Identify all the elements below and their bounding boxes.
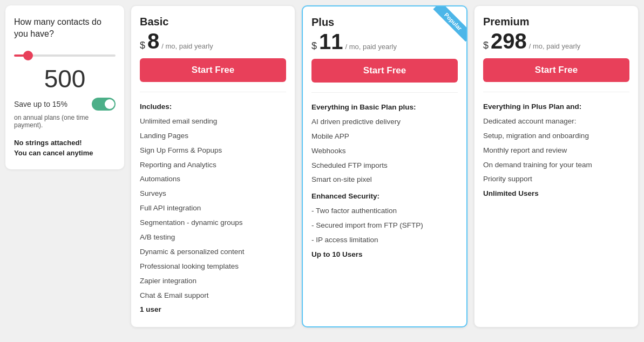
period-plus: / mo, paid yearly	[345, 43, 397, 51]
card-plus: Popular Plus $ 11 / mo, paid yearly Star…	[302, 5, 467, 327]
feature-item: Chat & Email support	[140, 289, 286, 303]
includes-header-basic: Includes:	[140, 100, 286, 114]
feature-item: - Two factor authentication	[311, 204, 458, 218]
pricing-cards: Basic $ 8 / mo, paid yearly Start Free I…	[131, 5, 639, 327]
feature-item: - Secured import from FTP (SFTP)	[311, 218, 458, 233]
feature-item: Automations	[140, 172, 286, 187]
feature-item: On demand training for your team	[483, 158, 629, 173]
start-free-premium[interactable]: Start Free	[483, 58, 629, 82]
period-premium: / mo, paid yearly	[529, 42, 580, 50]
feature-item: Priority support	[483, 172, 629, 187]
feature-item: Landing Pages	[140, 129, 286, 143]
popular-ribbon: Popular	[423, 6, 466, 50]
popular-label: Popular	[433, 6, 466, 42]
currency-basic: $	[140, 40, 145, 51]
price-premium: 298	[491, 30, 527, 52]
includes-header-plus: Everything in Basic Plan plus:	[311, 100, 458, 115]
contact-count-display: 500	[14, 64, 116, 93]
feature-list-basic: Includes: Unlimited email sending Landin…	[140, 100, 286, 317]
feature-item: - IP access limitation	[311, 233, 458, 248]
left-panel: How many contacts do you have? 500 Save …	[5, 5, 124, 169]
footer-user-basic: 1 user	[140, 303, 286, 317]
feature-item: Setup, migration and onboarding	[483, 129, 629, 143]
currency-premium: $	[483, 40, 489, 51]
feature-list-plus: Everything in Basic Plan plus: AI driven…	[311, 100, 458, 262]
feature-item: A/B testing	[140, 230, 286, 245]
annual-toggle[interactable]	[92, 98, 116, 111]
includes-header-premium: Everything in Plus Plan and:	[483, 100, 629, 114]
plan-name-premium: Premium	[483, 16, 629, 28]
feature-item: Smart on-site pixel	[311, 173, 458, 187]
annual-note: on annual plans (one time payment).	[14, 114, 116, 129]
price-plus: 11	[319, 31, 343, 52]
feature-item: Monthly report and review	[483, 143, 629, 158]
feature-item: Professional looking templates	[140, 259, 286, 274]
save-text: Save up to 15%	[14, 100, 67, 108]
price-row-basic: $ 8 / mo, paid yearly	[140, 30, 286, 52]
price-row-premium: $ 298 / mo, paid yearly	[483, 30, 629, 52]
save-row: Save up to 15%	[14, 98, 116, 111]
feature-item: Sign Up Forms & Popups	[140, 143, 286, 158]
feature-item: Unlimited email sending	[140, 114, 286, 129]
feature-item: Zapier integration	[140, 274, 286, 289]
feature-item: Dedicated account manager:	[483, 114, 629, 129]
toggle-slider	[92, 98, 116, 111]
card-basic: Basic $ 8 / mo, paid yearly Start Free I…	[131, 5, 295, 327]
feature-item: Scheduled FTP imports	[311, 159, 458, 173]
feature-item: Webhooks	[311, 144, 458, 159]
currency-plus: $	[311, 40, 317, 52]
feature-item: Surveys	[140, 187, 286, 201]
footer-users-premium: Unlimited Users	[483, 187, 629, 201]
feature-item: Segmentation - dynamic groups	[140, 216, 286, 230]
price-basic: 8	[147, 30, 159, 52]
security-header: Enhanced Security:	[311, 189, 458, 204]
plan-name-basic: Basic	[140, 16, 286, 28]
slider-container[interactable]	[14, 49, 116, 59]
contact-question: How many contacts do you have?	[14, 16, 116, 40]
feature-item: Mobile APP	[311, 129, 458, 144]
period-basic: / mo, paid yearly	[161, 42, 213, 50]
start-free-plus[interactable]: Start Free	[311, 59, 458, 83]
no-strings-text: No strings attached! You can cancel anyt…	[14, 138, 116, 159]
feature-item: Reporting and Analytics	[140, 158, 286, 173]
feature-item: Dynamic & personalized content	[140, 245, 286, 259]
card-premium: Premium $ 298 / mo, paid yearly Start Fr…	[474, 5, 639, 327]
feature-item: Full API integration	[140, 201, 286, 216]
footer-users-plus: Up to 10 Users	[311, 248, 458, 262]
feature-item: AI driven predictive delivery	[311, 115, 458, 129]
contact-slider[interactable]	[14, 54, 116, 57]
feature-list-premium: Everything in Plus Plan and: Dedicated a…	[483, 100, 629, 201]
start-free-basic[interactable]: Start Free	[140, 58, 286, 82]
